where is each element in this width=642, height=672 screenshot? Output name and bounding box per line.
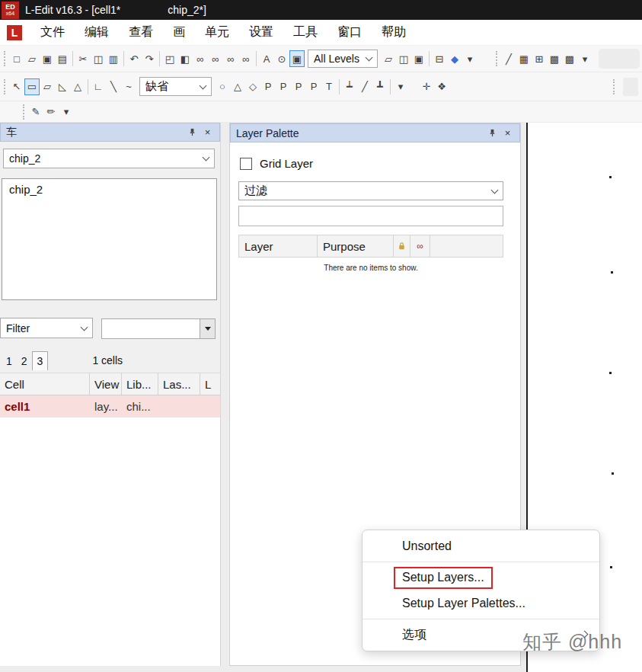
new-file-icon[interactable]: □ bbox=[9, 50, 24, 67]
port-box-tool-icon[interactable]: P bbox=[260, 78, 276, 95]
polygon-any-angle-tool-icon[interactable]: △ bbox=[70, 78, 85, 95]
grid-layer-checkbox[interactable] bbox=[240, 158, 252, 170]
toolbar-grip[interactable] bbox=[23, 104, 24, 120]
toolbar-grip[interactable] bbox=[4, 79, 5, 94]
rectangle-tool-icon[interactable]: ▭ bbox=[24, 78, 40, 95]
dropdown-button[interactable] bbox=[200, 319, 215, 338]
layer-filter-combo[interactable]: 过滤 bbox=[238, 181, 503, 200]
menu-tools[interactable]: 工具 bbox=[283, 21, 327, 43]
close-icon[interactable]: × bbox=[201, 126, 214, 139]
marker-tool-icon[interactable]: ✏ bbox=[43, 104, 59, 120]
column-header-l[interactable]: L bbox=[200, 373, 220, 395]
draw-line-icon[interactable]: ╱ bbox=[501, 50, 516, 67]
menu-edit[interactable]: 编辑 bbox=[75, 21, 119, 43]
ruler-90-tool-icon[interactable]: ┷ bbox=[342, 78, 357, 95]
redo-icon[interactable]: ↷ bbox=[142, 50, 157, 67]
port-point-tool-icon[interactable]: P bbox=[276, 78, 291, 95]
layer-search-input[interactable] bbox=[238, 206, 503, 226]
import-file-icon[interactable]: ▣ bbox=[40, 50, 55, 67]
edit-in-place-icon[interactable]: ▣ bbox=[411, 50, 426, 67]
find-next-icon[interactable]: ∞ bbox=[208, 50, 223, 67]
window-cascade-icon[interactable]: ▩ bbox=[562, 50, 577, 67]
design-navigator-icon[interactable]: ◰ bbox=[162, 50, 177, 67]
cell-list-tab-1[interactable]: 1 bbox=[2, 352, 17, 370]
torus-tool-icon[interactable]: ◇ bbox=[245, 78, 260, 95]
find-previous-icon[interactable]: ∞ bbox=[223, 50, 238, 67]
cell-list-tab-2[interactable]: 2 bbox=[17, 352, 32, 370]
column-header-view[interactable]: View bbox=[90, 373, 122, 395]
move-point-icon[interactable]: ✛ bbox=[419, 78, 434, 95]
table-row[interactable]: cell1 lay... chi... bbox=[0, 395, 220, 418]
overflow-icon[interactable]: ▾ bbox=[577, 50, 592, 67]
close-icon[interactable]: × bbox=[501, 126, 514, 139]
menu-view[interactable]: 查看 bbox=[119, 21, 163, 43]
column-header-library[interactable]: Lib... bbox=[122, 373, 158, 395]
cell-list[interactable]: chip_2 bbox=[2, 178, 217, 300]
visibility-icon[interactable]: ∞ bbox=[410, 235, 430, 257]
list-item[interactable]: chip_2 bbox=[2, 179, 216, 200]
wire-any-angle-tool-icon[interactable]: ~ bbox=[121, 78, 136, 95]
layer-palette-header[interactable]: Layer Palette × bbox=[230, 123, 520, 142]
cell-select-combo[interactable]: chip_2 bbox=[3, 149, 215, 168]
circle-tool-icon[interactable]: ○ bbox=[215, 78, 230, 95]
pin-icon[interactable] bbox=[486, 126, 499, 139]
cross-section-icon[interactable]: ⊟ bbox=[432, 50, 447, 67]
context-item-unsorted[interactable]: Unsorted bbox=[363, 533, 599, 559]
toolbar-options-icon[interactable]: ▾ bbox=[462, 50, 478, 67]
design-rule-icon[interactable]: ⊞ bbox=[532, 50, 547, 67]
filter-text-field[interactable] bbox=[102, 319, 200, 338]
copy-icon[interactable]: ◫ bbox=[91, 50, 106, 67]
open-cell-icon[interactable]: ▱ bbox=[381, 50, 396, 67]
ruler-45-tool-icon[interactable]: ╱ bbox=[357, 78, 372, 95]
levels-combo[interactable]: All Levels bbox=[308, 50, 378, 68]
zoom-text-icon[interactable]: A bbox=[259, 50, 274, 67]
library-browser-icon[interactable]: ◧ bbox=[177, 50, 193, 67]
menu-help[interactable]: 帮助 bbox=[372, 21, 416, 43]
column-header-purpose[interactable]: Purpose bbox=[318, 235, 394, 257]
cell-list-tab-3[interactable]: 3 bbox=[32, 351, 49, 370]
wire-45-tool-icon[interactable]: ╲ bbox=[106, 78, 121, 95]
toolbar-grip[interactable] bbox=[4, 51, 5, 66]
menu-cell[interactable]: 单元 bbox=[195, 21, 239, 43]
print-icon[interactable]: ▤ bbox=[55, 50, 70, 67]
pen-tool-icon[interactable]: ✎ bbox=[28, 104, 43, 120]
menu-window[interactable]: 窗口 bbox=[327, 21, 372, 43]
text-tool-icon[interactable]: T bbox=[321, 78, 337, 95]
context-item-setup-layers[interactable]: Setup Layers... bbox=[363, 565, 599, 590]
toolbar-grip[interactable] bbox=[613, 79, 615, 94]
polygon-90-tool-icon[interactable]: ▱ bbox=[40, 78, 55, 95]
column-header-layer[interactable]: Layer bbox=[239, 235, 318, 257]
pie-tool-icon[interactable]: △ bbox=[230, 78, 245, 95]
port-line-tool-icon[interactable]: P bbox=[291, 78, 306, 95]
context-item-setup-layer-palettes[interactable]: Setup Layer Palettes... bbox=[363, 590, 599, 616]
toolbar-grip[interactable] bbox=[496, 51, 497, 66]
highlight-icon[interactable]: ◆ bbox=[447, 50, 462, 67]
wire-90-tool-icon[interactable]: ∟ bbox=[91, 78, 106, 95]
design-navigator-header[interactable]: 车 × bbox=[0, 123, 220, 142]
select-cursor-icon[interactable]: ↖ bbox=[9, 78, 24, 95]
column-header-cell[interactable]: Cell bbox=[0, 373, 90, 395]
wire-style-combo[interactable]: 缺省 bbox=[139, 77, 212, 96]
open-file-icon[interactable]: ▱ bbox=[24, 50, 40, 67]
filter-combo[interactable]: Filter bbox=[0, 318, 93, 338]
save-view-icon[interactable]: ▦ bbox=[516, 50, 532, 67]
column-header-last[interactable]: Las... bbox=[158, 373, 200, 395]
zoom-tool-icon[interactable]: ⊙ bbox=[274, 50, 289, 67]
cut-icon[interactable]: ✂ bbox=[75, 50, 91, 67]
menu-setup[interactable]: 设置 bbox=[239, 21, 283, 43]
menu-file[interactable]: 文件 bbox=[30, 21, 75, 43]
paste-to-cell-icon[interactable]: ◫ bbox=[396, 50, 411, 67]
paste-icon[interactable]: ▥ bbox=[106, 50, 121, 67]
polygon-45-tool-icon[interactable]: ◺ bbox=[55, 78, 70, 95]
port-polygon-tool-icon[interactable]: P bbox=[306, 78, 321, 95]
ruler-any-tool-icon[interactable]: ┻ bbox=[372, 78, 388, 95]
filter-text-combo[interactable] bbox=[101, 318, 216, 339]
window-tile-icon[interactable]: ▩ bbox=[547, 50, 562, 67]
lock-icon[interactable] bbox=[394, 235, 410, 257]
toolbar-options-icon[interactable]: ▾ bbox=[59, 104, 74, 120]
menu-draw[interactable]: 画 bbox=[163, 21, 195, 43]
find-object-icon[interactable]: ∞ bbox=[238, 50, 254, 67]
undo-icon[interactable]: ↶ bbox=[126, 50, 142, 67]
rotate-tool-icon[interactable]: ❖ bbox=[434, 78, 449, 95]
find-icon[interactable]: ∞ bbox=[193, 50, 208, 67]
